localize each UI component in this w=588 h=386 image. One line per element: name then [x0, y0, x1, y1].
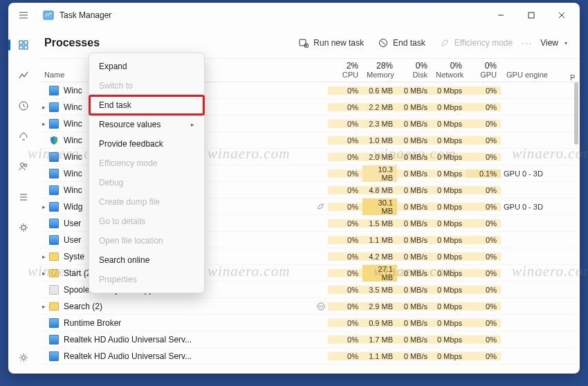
table-row[interactable]: Runtime Broker0%0.9 MB0 MB/s0 Mbps0%: [39, 315, 580, 331]
cell-disk: 0 MB/s: [397, 352, 432, 360]
cell-memory: 1.7 MB: [362, 336, 397, 344]
cell-disk: 0 MB/s: [397, 103, 432, 111]
cell-gpu-engine: GPU 0 - 3D: [501, 203, 570, 211]
cell-network: 0 Mbps: [432, 236, 466, 244]
cell-gpu: 0%: [466, 336, 501, 344]
ctx-create-dump-file: Create dump file: [89, 192, 204, 212]
context-menu: Expand Switch to End task Resource value…: [89, 53, 205, 293]
col-network[interactable]: 0%Network: [432, 59, 466, 82]
cell-disk: 0 MB/s: [397, 136, 432, 145]
process-icon: [48, 85, 59, 96]
cell-gpu: 0%: [466, 120, 501, 128]
cell-network: 0 Mbps: [432, 186, 466, 194]
ctx-resource-values[interactable]: Resource values▸: [89, 115, 204, 134]
cell-network: 0 Mbps: [432, 336, 466, 344]
maximize-button[interactable]: [516, 3, 546, 28]
cell-disk: 0 MB/s: [397, 86, 432, 95]
cell-gpu: 0%: [466, 252, 501, 261]
cell-memory: 30.1 MB: [362, 199, 397, 215]
scrollbar[interactable]: [574, 82, 578, 145]
cell-network: 0 Mbps: [432, 286, 466, 294]
view-button[interactable]: View▾: [533, 34, 574, 52]
cell-cpu: 0%: [328, 269, 362, 277]
ctx-end-task[interactable]: End task: [89, 95, 204, 115]
expand-icon[interactable]: ▸: [39, 303, 48, 310]
cell-memory: 10.3 MB: [362, 165, 397, 182]
expand-icon[interactable]: ▸: [39, 203, 48, 210]
process-name: Realtek HD Audio Universal Serv...: [64, 335, 314, 344]
cell-cpu: 0%: [328, 169, 362, 178]
cell-gpu: 0%: [466, 103, 501, 111]
hamburger-menu-button[interactable]: [11, 3, 36, 28]
cell-disk: 0 MB/s: [397, 252, 432, 261]
cell-gpu: 0%: [466, 302, 501, 311]
run-task-icon: [298, 37, 309, 48]
cell-network: 0 Mbps: [432, 319, 466, 327]
cell-memory: 0.9 MB: [362, 319, 397, 327]
cell-network: 0 Mbps: [432, 219, 466, 228]
ctx-search-online[interactable]: Search online: [89, 250, 204, 270]
col-p[interactable]: P: [570, 59, 580, 82]
ctx-expand[interactable]: Expand: [89, 57, 204, 76]
sidebar-item-services[interactable]: [16, 220, 31, 235]
process-icon: [48, 102, 59, 113]
process-icon: [48, 251, 59, 262]
sidebar-item-details[interactable]: [16, 190, 31, 205]
sidebar-item-app-history[interactable]: [16, 98, 31, 113]
cell-cpu: 0%: [328, 86, 362, 95]
cell-memory: 1.0 MB: [362, 136, 397, 145]
cell-cpu: 0%: [328, 252, 362, 261]
close-button[interactable]: [546, 3, 577, 28]
process-icon: [48, 334, 59, 345]
sidebar-item-processes[interactable]: [16, 37, 31, 53]
cell-disk: 0 MB/s: [397, 120, 432, 128]
col-gpu-engine[interactable]: GPU engine: [501, 59, 570, 82]
col-cpu[interactable]: 2%CPU: [328, 59, 362, 82]
process-name: Realtek HD Audio Universal Serv...: [64, 351, 314, 361]
minimize-button[interactable]: [486, 3, 516, 28]
titlebar: Task Manager: [8, 3, 580, 28]
ctx-switch-to: Switch to: [89, 76, 204, 95]
process-icon: [48, 218, 59, 229]
expand-icon[interactable]: ▸: [39, 104, 48, 111]
svg-rect-5: [24, 46, 28, 49]
sidebar-item-performance[interactable]: [16, 68, 31, 83]
cell-network: 0 Mbps: [432, 86, 466, 95]
process-name: Search (2): [64, 302, 314, 311]
svg-rect-3: [24, 41, 28, 44]
sidebar-item-settings[interactable]: [16, 350, 31, 365]
cell-gpu: 0%: [466, 352, 501, 360]
process-name: Runtime Broker: [64, 318, 314, 328]
cell-disk: 0 MB/s: [397, 203, 432, 211]
table-row[interactable]: Realtek HD Audio Universal Serv...0%1.1 …: [39, 348, 580, 365]
sidebar-item-startup[interactable]: [16, 129, 31, 144]
col-gpu[interactable]: 0%GPU: [466, 59, 501, 82]
expand-icon[interactable]: ▸: [39, 120, 48, 127]
cell-memory: 2.9 MB: [362, 302, 397, 311]
table-row[interactable]: Realtek HD Audio Universal Serv...0%1.7 …: [39, 331, 580, 348]
end-task-button[interactable]: End task: [371, 33, 432, 53]
cell-disk: 0 MB/s: [397, 286, 432, 294]
col-memory[interactable]: 28%Memory: [362, 59, 397, 82]
cell-disk: 0 MB/s: [397, 269, 432, 277]
process-icon: [48, 135, 59, 146]
svg-rect-2: [19, 41, 23, 44]
cell-memory: 1.1 MB: [362, 352, 397, 360]
cell-network: 0 Mbps: [432, 252, 466, 261]
ctx-provide-feedback[interactable]: Provide feedback: [89, 134, 204, 154]
svg-point-8: [24, 164, 27, 167]
app-title: Task Manager: [59, 10, 111, 20]
expand-icon[interactable]: ▸: [39, 253, 48, 260]
col-disk[interactable]: 0%Disk: [397, 59, 432, 82]
table-row[interactable]: ▸Search (2)0%2.9 MB0 MB/s0 Mbps0%: [39, 298, 580, 315]
run-new-task-button[interactable]: Run new task: [291, 33, 371, 53]
cell-memory: 3.5 MB: [362, 286, 397, 294]
svg-point-9: [21, 226, 26, 230]
cell-disk: 0 MB/s: [397, 219, 432, 228]
chevron-right-icon: ▸: [191, 121, 194, 128]
cell-gpu-engine: GPU 0 - 3D: [501, 169, 570, 178]
cell-memory: 1.5 MB: [362, 219, 397, 228]
cell-memory: 27.1 MB: [362, 265, 397, 282]
expand-icon[interactable]: ▸: [39, 270, 48, 277]
sidebar-item-users[interactable]: [16, 159, 31, 174]
